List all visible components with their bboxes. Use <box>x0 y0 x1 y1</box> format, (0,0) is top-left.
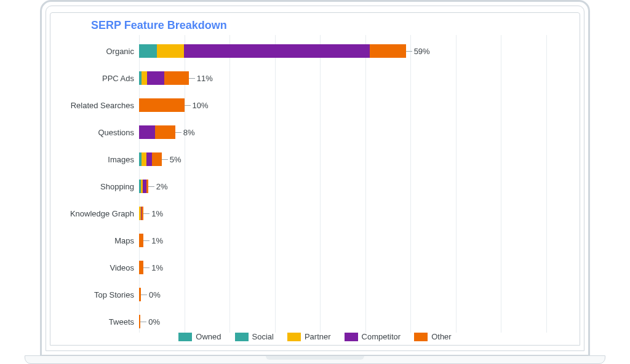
y-axis-label: Maps <box>57 236 139 245</box>
legend-label: Owned <box>196 332 221 341</box>
bar-value-tick <box>185 105 191 106</box>
y-axis-label: Images <box>57 155 139 164</box>
bar-value-label: 1% <box>150 263 163 272</box>
legend-swatch-social <box>235 333 249 341</box>
bar-value-label: 11% <box>195 74 213 83</box>
bar-segment-owned <box>139 44 157 58</box>
bar-value-label: 5% <box>168 155 181 164</box>
chart-title: SERP Feature Breakdown <box>50 13 580 33</box>
bar-value-label: 1% <box>150 236 163 245</box>
bar-segment-other <box>139 234 143 247</box>
chart-row: Images5% <box>57 146 570 173</box>
bar-track: 11% <box>139 71 570 85</box>
bar-value-label: 59% <box>412 47 430 56</box>
bar-segment-partner <box>142 71 147 85</box>
chart-row: Top Stories0% <box>57 281 570 308</box>
bar-track: 8% <box>139 125 570 139</box>
bar-segment-competitor <box>139 125 155 139</box>
y-axis-label: Organic <box>57 47 139 56</box>
bar-track: 1% <box>139 261 570 274</box>
chart-row: Maps1% <box>57 227 570 254</box>
y-axis-label: Videos <box>57 263 139 272</box>
chart-rows: Organic59%PPC Ads11%Related Searches10%Q… <box>57 38 570 335</box>
legend-item-other: Other <box>414 332 452 341</box>
y-axis-label: PPC Ads <box>57 74 139 83</box>
chart-row: Questions8% <box>57 119 570 146</box>
legend-swatch-owned <box>178 333 192 341</box>
chart-legend: Owned Social Partner Competitor Other <box>50 332 580 341</box>
bar-value-tick <box>162 159 168 160</box>
legend-item-owned: Owned <box>178 332 221 341</box>
bar-segment-partner <box>157 44 184 58</box>
legend-swatch-other <box>414 333 428 341</box>
bar-value-label: 8% <box>181 128 195 137</box>
y-axis-label: Shopping <box>57 182 139 191</box>
bar-track: 0% <box>139 288 570 301</box>
bar-track: 1% <box>139 234 570 247</box>
legend-swatch-partner <box>287 333 301 341</box>
y-axis-label: Questions <box>57 128 139 137</box>
bar-value-label: 10% <box>191 101 209 110</box>
legend-label: Social <box>252 332 274 341</box>
bar-track: 10% <box>139 98 570 112</box>
legend-swatch-competitor <box>345 333 358 341</box>
y-axis-label: Knowledge Graph <box>57 209 139 218</box>
y-axis-label: Tweets <box>57 317 139 326</box>
bar-track: 5% <box>139 152 570 166</box>
legend-item-partner: Partner <box>287 332 331 341</box>
bar-segment-other <box>139 261 143 274</box>
legend-label: Other <box>431 332 452 341</box>
bar-value-tick <box>143 213 150 214</box>
chart-card: SERP Feature Breakdown Organic59%PPC Ads… <box>50 12 580 346</box>
bar-value-label: 2% <box>154 182 168 191</box>
laptop-screen: SERP Feature Breakdown Organic59%PPC Ads… <box>46 6 584 351</box>
chart-row: PPC Ads11% <box>57 65 570 92</box>
bar-value-label: 1% <box>150 209 163 218</box>
bar-value-label: 0% <box>147 290 161 299</box>
laptop-frame: SERP Feature Breakdown Organic59%PPC Ads… <box>40 0 590 357</box>
bar-value-tick <box>140 322 146 322</box>
chart-row: Videos1% <box>57 254 570 281</box>
bar-value-tick <box>406 51 412 52</box>
legend-label: Partner <box>305 332 331 341</box>
bar-track: 0% <box>139 315 570 328</box>
bar-segment-other <box>155 125 175 139</box>
bar-value-tick <box>175 132 181 133</box>
bar-segment-competitor <box>147 71 164 85</box>
bar-segment-competitor <box>146 152 152 166</box>
bar-value-tick <box>143 267 150 268</box>
legend-label: Competitor <box>362 332 401 341</box>
chart-row: Shopping2% <box>57 173 570 200</box>
bar-track: 1% <box>139 207 570 220</box>
bar-track: 2% <box>139 180 570 193</box>
chart-row: Knowledge Graph1% <box>57 200 570 227</box>
bar-segment-competitor <box>184 44 369 58</box>
chart-row: Tweets0% <box>57 308 570 335</box>
chart-plot: Organic59%PPC Ads11%Related Searches10%Q… <box>57 38 570 326</box>
legend-item-competitor: Competitor <box>345 332 401 341</box>
laptop-base <box>25 355 605 364</box>
y-axis-label: Related Searches <box>57 101 139 110</box>
y-axis-label: Top Stories <box>57 290 139 299</box>
bar-segment-other <box>139 98 185 112</box>
bar-value-tick <box>189 78 195 79</box>
bar-segment-other <box>164 71 189 85</box>
bar-segment-other <box>370 44 406 58</box>
bar-segment-partner <box>142 152 146 166</box>
chart-row: Related Searches10% <box>57 92 570 119</box>
bar-value-tick <box>141 295 147 295</box>
bar-value-tick <box>148 186 154 187</box>
bar-value-tick <box>143 240 150 241</box>
legend-item-social: Social <box>235 332 274 341</box>
bar-track: 59% <box>139 44 570 58</box>
bar-segment-other <box>152 152 162 166</box>
bar-value-label: 0% <box>146 317 160 326</box>
chart-row: Organic59% <box>57 38 570 65</box>
